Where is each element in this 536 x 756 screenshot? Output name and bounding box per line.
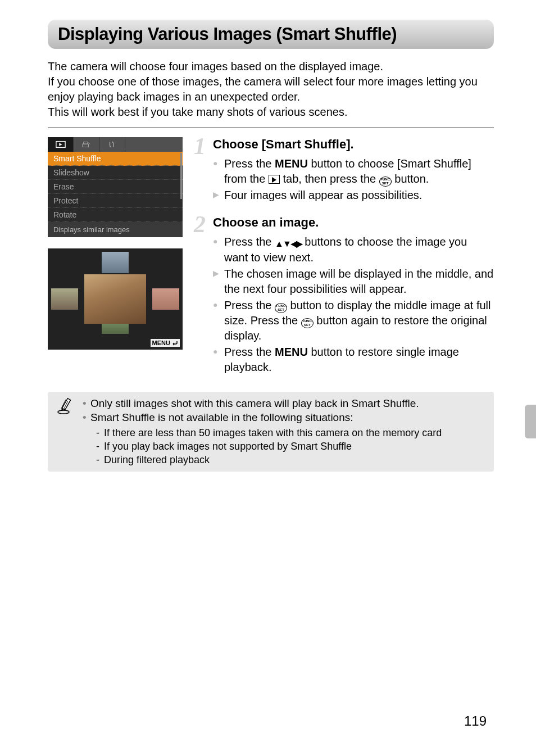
note-sub-item: If you play back images not supported by… xyxy=(90,440,487,453)
camera-menu-item: Protect xyxy=(48,194,183,208)
svg-point-4 xyxy=(58,410,69,414)
camera-menu-item: Slideshow xyxy=(48,166,183,180)
playback-tab-inline-icon xyxy=(269,175,280,184)
camera-menu-screenshot: Smart Shuffle Slideshow Erase Protect Ro… xyxy=(48,137,183,237)
notes-box: Only still images shot with this camera … xyxy=(48,392,494,472)
preview-thumb-right xyxy=(152,288,179,310)
page-title-bar: Displaying Various Images (Smart Shuffle… xyxy=(48,20,494,49)
step-result: Four images will appear as possibilities… xyxy=(213,188,494,203)
print-tab-icon xyxy=(74,137,99,152)
preview-thumb-left xyxy=(51,288,78,310)
camera-menu-item: Rotate xyxy=(48,208,183,222)
menu-text-icon: MENU xyxy=(275,346,308,358)
playback-tab-icon xyxy=(48,137,74,152)
return-icon xyxy=(171,340,178,346)
func-set-inline-icon: FUNCSET xyxy=(301,318,314,328)
step-number: 1 xyxy=(194,133,206,160)
intro-paragraph: The camera will choose four images based… xyxy=(48,59,494,120)
step-title: Choose an image. xyxy=(213,215,494,230)
func-set-inline-icon: FUNCSET xyxy=(379,176,392,187)
camera-menu-item: Erase xyxy=(48,180,183,194)
preview-thumb-top xyxy=(102,252,129,273)
note-sub-item: If there are less than 50 images taken w… xyxy=(90,426,487,440)
step-2: 2 Choose an image. Press the ▲▼◀▶ button… xyxy=(197,215,494,375)
step-1: 1 Choose [Smart Shuffle]. Press the MENU… xyxy=(197,137,494,203)
svg-marker-1 xyxy=(59,143,62,146)
camera-menu-scrollbar xyxy=(180,153,182,199)
step-bullet: Press the FUNCSET button to display the … xyxy=(213,298,494,343)
step-result: The chosen image will be displayed in th… xyxy=(213,266,494,297)
step-bullet: Press the MENU button to restore single … xyxy=(213,345,494,375)
note-sub-item: During filtered playback xyxy=(90,453,487,467)
func-set-inline-icon: FUNCSET xyxy=(275,303,287,313)
page-title: Displaying Various Images (Smart Shuffle… xyxy=(58,24,484,44)
svg-rect-2 xyxy=(83,142,87,144)
shuffle-preview-screenshot: MENU xyxy=(48,248,183,350)
section-divider xyxy=(48,128,494,128)
step-title: Choose [Smart Shuffle]. xyxy=(213,137,494,152)
camera-menu-hint: Displays similar images xyxy=(48,222,183,237)
dpad-arrows-icon: ▲▼◀▶ xyxy=(275,238,302,250)
preview-center-image xyxy=(84,274,146,324)
tools-tab-icon xyxy=(99,137,125,152)
preview-menu-return-label: MENU xyxy=(151,339,180,347)
menu-text-icon: MENU xyxy=(275,157,308,170)
step-bullet: Press the MENU button to choose [Smart S… xyxy=(213,156,494,187)
step-number: 2 xyxy=(194,211,206,238)
camera-menu-item: Smart Shuffle xyxy=(48,152,183,166)
page-number: 119 xyxy=(464,713,487,729)
svg-rect-3 xyxy=(82,144,88,147)
section-side-tab xyxy=(525,405,536,438)
pencil-note-icon xyxy=(56,397,74,415)
step-bullet: Press the ▲▼◀▶ buttons to choose the ima… xyxy=(213,234,494,265)
note-item: Only still images shot with this camera … xyxy=(83,396,487,411)
note-item: Smart Shuffle is not available in the fo… xyxy=(83,410,487,467)
